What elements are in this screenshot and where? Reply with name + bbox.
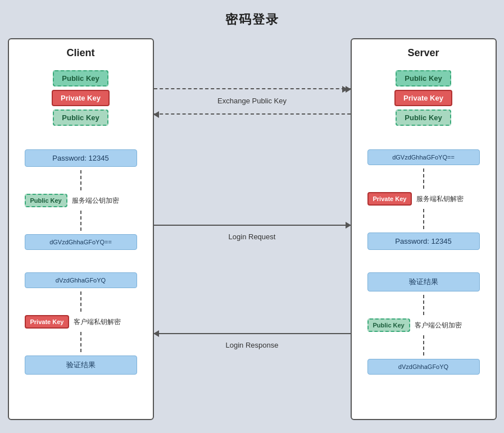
- server-public-key-1: Public Key: [396, 70, 451, 86]
- server-password-box: Password: 12345: [367, 233, 480, 250]
- page-title: 密码登录: [225, 11, 279, 28]
- login-response-label: Login Response: [226, 341, 279, 349]
- server-title: Server: [407, 47, 439, 59]
- client-title: Client: [66, 47, 94, 59]
- client-password-box: Password: 12345: [25, 149, 137, 167]
- exchange-label: Exchange Public Key: [217, 97, 287, 105]
- client-public-key-1: Public Key: [53, 70, 108, 86]
- server-public-key-2: Public Key: [396, 110, 451, 126]
- client-dVzd-box: dVzdGhhaGFoYQ: [25, 272, 137, 288]
- server-private-key-decrypt: Private Key: [367, 192, 412, 206]
- server-dVzd-box: dVzdGhhaGFoYQ: [367, 359, 480, 375]
- center-column: Exchange Public Key Login Request: [154, 38, 351, 420]
- server-private-key-1: Private Key: [394, 90, 452, 106]
- server-public-key-encrypt: Public Key: [367, 318, 410, 332]
- login-request-label: Login Request: [229, 233, 276, 241]
- server-encrypt-label: 服务端公钥加密: [72, 196, 119, 206]
- client-private-key-1: Private Key: [52, 90, 110, 106]
- client-encrypt-label: 客户端公钥加密: [415, 321, 462, 330]
- client-panel: Client Public Key Private Key Public Key…: [8, 38, 154, 420]
- client-verify-box: 验证结果: [25, 355, 137, 375]
- server-encrypted-box: dGVzdGhhaGFoYQ==: [367, 149, 480, 165]
- client-public-key-encrypt: Public Key: [25, 194, 67, 207]
- client-encrypted-box: dGVzdGhhaGFoYQ==: [25, 234, 137, 250]
- server-verify-box: 验证结果: [367, 272, 480, 291]
- server-panel: Server Public Key Private Key Public Key…: [351, 38, 497, 420]
- client-public-key-2: Public Key: [53, 110, 108, 126]
- server-decrypt-label: 服务端私钥解密: [416, 194, 464, 204]
- client-decrypt-label: 客户端私钥解密: [74, 317, 121, 327]
- client-private-key-decrypt: Private Key: [25, 315, 70, 329]
